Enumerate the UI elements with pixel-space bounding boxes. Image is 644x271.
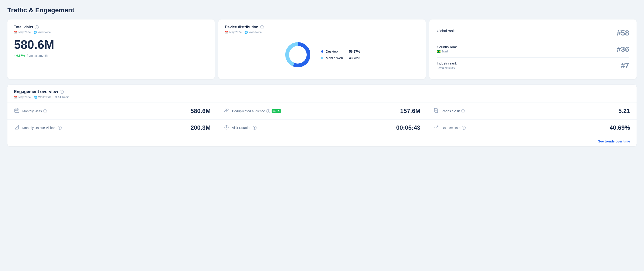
industry-rank-sublabel: .../Marketplace <box>437 66 457 69</box>
country-rank-value: #36 <box>617 45 629 54</box>
device-dist-region: Worldwide <box>249 31 262 34</box>
device-dist-title: Device distribution <box>225 25 258 29</box>
country-rank-label: Country rank <box>437 45 457 49</box>
page-title: Traffic & Engagement <box>8 6 636 14</box>
total-visits-meta: 📅 May 2024 🌐 Worldwide <box>14 31 208 34</box>
engagement-section: Engagement overview i 📅 May 2024 🌐 World… <box>8 85 636 146</box>
dedup-info[interactable]: i <box>266 109 270 113</box>
visit-duration-value: 00:05:43 <box>396 124 420 131</box>
visit-duration-info[interactable]: i <box>253 126 256 130</box>
rank-card: Global rank #58 Country rank Brazil #36 … <box>429 19 636 79</box>
mobile-legend-item: Mobile Web 43.73% <box>321 56 360 60</box>
brazil-flag-icon <box>437 50 440 53</box>
engagement-header: Engagement overview i 📅 May 2024 🌐 World… <box>8 85 636 103</box>
country-rank-sublabel: Brazil <box>437 50 457 53</box>
see-trends-container: See trends over time <box>8 136 636 146</box>
bounce-rate-value: 40.69% <box>607 124 630 131</box>
total-visits-card: Total visits i 📅 May 2024 🌐 Worldwide 58… <box>8 19 215 79</box>
device-globe-icon: 🌐 <box>244 31 248 34</box>
global-rank-value: #58 <box>617 29 629 37</box>
pages-visit-info[interactable]: i <box>461 109 465 113</box>
industry-rank-row: Industry rank .../Marketplace #7 <box>437 57 629 73</box>
bounce-rate-cell: Bounce Rate i 40.69% <box>427 119 636 136</box>
engagement-title: Engagement overview i <box>14 89 630 94</box>
desktop-value: 56.27% <box>349 50 360 53</box>
dedup-audience-icon <box>224 108 229 114</box>
bounce-rate-info[interactable]: i <box>462 126 466 130</box>
engagement-calendar-icon: 📅 <box>14 96 18 99</box>
dedup-audience-label: Deduplicated audience i BETA <box>232 109 394 113</box>
device-dist-info-icon[interactable]: i <box>260 25 264 29</box>
global-rank-row: Global rank #58 <box>437 25 629 41</box>
unique-visitors-value: 200.3M <box>188 124 211 131</box>
dedup-audience-cell: Deduplicated audience i BETA 157.6M <box>217 103 427 119</box>
engagement-traffic: All Traffic <box>58 96 69 99</box>
device-distribution-card: Device distribution i 📅 May 2024 🌐 World… <box>218 19 426 79</box>
visit-duration-cell: Visit Duration i 00:05:43 <box>217 119 427 136</box>
engagement-period: May 2024 <box>18 96 31 99</box>
total-visits-change: ↑ 6.87% <box>14 54 25 57</box>
industry-rank-value: #7 <box>621 61 629 70</box>
see-trends-link[interactable]: See trends over time <box>598 139 630 143</box>
total-visits-value: 580.6M <box>14 38 208 51</box>
svg-rect-8 <box>16 110 17 111</box>
total-visits-period: May 2024 <box>18 31 31 34</box>
monthly-visits-label: Monthly visits i <box>22 109 185 113</box>
device-legend: Desktop 56.27% Mobile Web 43.73% <box>321 50 360 60</box>
engagement-metrics-grid: Monthly visits i 580.6M Deduplicated aud… <box>8 103 636 136</box>
mobile-label: Mobile Web <box>326 56 347 60</box>
device-dist-period: May 2024 <box>229 31 242 34</box>
total-visits-region: Worldwide <box>38 31 51 34</box>
unique-visitors-label: Monthly Unique Visitors i <box>22 126 185 130</box>
svg-point-17 <box>16 126 18 127</box>
svg-rect-9 <box>18 110 18 111</box>
country-rank-row: Country rank Brazil #36 <box>437 41 629 57</box>
svg-rect-7 <box>15 110 16 111</box>
visit-duration-icon <box>224 125 229 131</box>
bounce-rate-icon <box>433 125 439 131</box>
device-dist-meta: 📅 May 2024 🌐 Worldwide <box>225 31 419 34</box>
device-dist-content: Desktop 56.27% Mobile Web 43.73% <box>225 38 419 69</box>
engagement-meta: 📅 May 2024 🌐 Worldwide ⊟ All Traffic <box>14 96 630 99</box>
mobile-value: 43.73% <box>349 56 360 60</box>
engagement-traffic-icon: ⊟ <box>54 96 57 99</box>
pages-visit-cell: Pages / Visit i 5.21 <box>427 103 636 119</box>
device-calendar-icon: 📅 <box>225 31 228 34</box>
industry-rank-label: Industry rank <box>437 61 457 65</box>
bounce-rate-label: Bounce Rate i <box>442 126 604 130</box>
desktop-legend-item: Desktop 56.27% <box>321 50 360 53</box>
donut-chart <box>284 41 312 69</box>
engagement-region: Worldwide <box>38 96 51 99</box>
monthly-visits-icon <box>14 108 20 114</box>
engagement-globe-icon: 🌐 <box>34 96 38 99</box>
unique-visitors-cell: Monthly Unique Visitors i 200.3M <box>8 119 217 136</box>
calendar-icon: 📅 <box>14 31 18 34</box>
pages-visit-label: Pages / Visit i <box>442 109 604 113</box>
monthly-visits-info[interactable]: i <box>43 109 47 113</box>
engagement-info-icon[interactable]: i <box>60 90 64 94</box>
unique-visitors-info[interactable]: i <box>58 126 62 130</box>
mobile-dot <box>321 57 324 59</box>
beta-badge: BETA <box>272 109 281 113</box>
desktop-dot <box>321 50 324 53</box>
total-visits-change-label: from last month <box>27 54 48 57</box>
globe-icon: 🌐 <box>34 31 37 34</box>
monthly-visits-cell: Monthly visits i 580.6M <box>8 103 217 119</box>
pages-visit-value: 5.21 <box>607 107 630 115</box>
dedup-audience-value: 157.6M <box>397 107 420 115</box>
monthly-visits-value: 580.6M <box>188 107 211 115</box>
visit-duration-label: Visit Duration i <box>232 126 394 130</box>
desktop-label: Desktop <box>326 50 347 53</box>
unique-visitors-icon <box>14 125 20 131</box>
pages-visit-icon <box>433 108 439 114</box>
total-visits-info-icon[interactable]: i <box>35 25 38 29</box>
total-visits-title: Total visits <box>14 25 33 29</box>
global-rank-label: Global rank <box>437 29 455 33</box>
